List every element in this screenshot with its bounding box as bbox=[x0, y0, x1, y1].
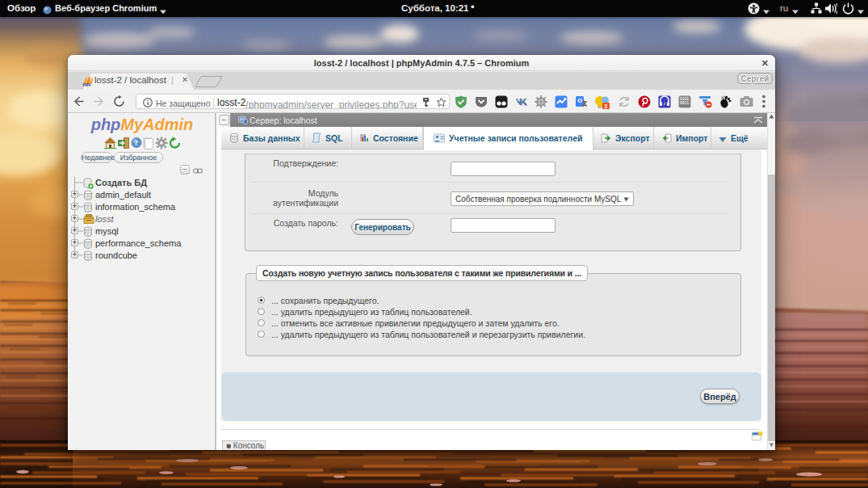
svg-text:did: did bbox=[720, 95, 726, 100]
svg-text:?: ? bbox=[135, 139, 139, 147]
svg-text:♪: ♪ bbox=[663, 100, 665, 106]
svg-text:G: G bbox=[577, 97, 582, 104]
svg-text:PMA: PMA bbox=[83, 83, 92, 86]
svg-text:3: 3 bbox=[604, 103, 607, 109]
svg-text:0011: 0011 bbox=[680, 101, 689, 105]
